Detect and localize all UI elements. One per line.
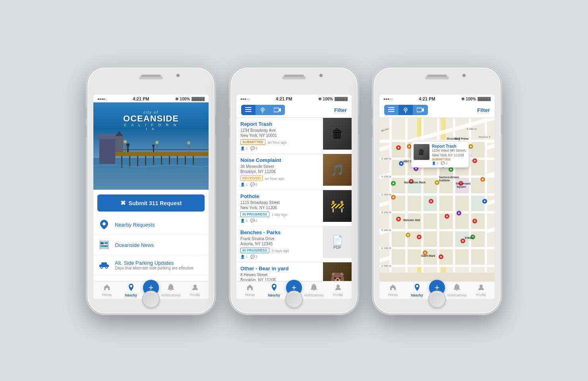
- menu-item-nearby-requests[interactable]: Nearby Requests: [93, 215, 209, 235]
- filter-bar-3: Filter: [379, 102, 495, 118]
- pdf-label: PDF: [333, 245, 341, 250]
- camera-view-tab[interactable]: [270, 105, 285, 115]
- camera-view-tab-3[interactable]: [413, 105, 428, 115]
- status-badge-2: IN PROGRESS: [240, 212, 269, 217]
- nav-profile-1[interactable]: Profile: [183, 284, 207, 297]
- camera-3: [462, 74, 466, 77]
- svg-rect-53: [417, 108, 422, 112]
- svg-rect-29: [101, 242, 104, 244]
- profile-label-2: Profile: [333, 293, 343, 297]
- svg-rect-115: [408, 249, 421, 265]
- map-view-tab[interactable]: [255, 105, 270, 115]
- svg-rect-3: [97, 134, 117, 139]
- battery-label-1: 100%: [180, 97, 190, 101]
- notifications-label-3: Notifications: [447, 293, 467, 297]
- home-button-1[interactable]: [142, 291, 160, 308]
- svg-rect-74: [437, 118, 439, 273]
- status-right-3: ✻ 100% ▓▓▓▓▓: [461, 97, 491, 101]
- pdf-icon: 📄: [332, 235, 343, 245]
- svg-point-149: [408, 146, 410, 147]
- power-btn-2: [358, 115, 359, 135]
- menu-item-oceanside-news[interactable]: Oceanside News: [93, 235, 209, 255]
- map-view[interactable]: Broadway 5th Ave Paul Ave S E 19th St E …: [379, 118, 495, 281]
- request-item-4[interactable]: Other - Bear in yard 8 Hewes StreetBrook…: [236, 262, 352, 281]
- request-item-2[interactable]: Pothole 1115 Broadway StreetNew York, NY…: [236, 190, 352, 226]
- svg-rect-16: [115, 136, 123, 152]
- home-button-3[interactable]: [428, 291, 446, 308]
- svg-text:Paul Ave S: Paul Ave S: [479, 136, 490, 138]
- view-tabs-3: [384, 105, 428, 115]
- request-item-3[interactable]: Benches - Parks Frank Sinatra DriveAstor…: [236, 226, 352, 262]
- svg-text:Nordstrom Rack: Nordstrom Rack: [404, 181, 426, 184]
- volume-down-btn-3: [372, 125, 373, 137]
- request-title-2: Pothole: [240, 193, 319, 199]
- nav-home-2[interactable]: Home: [238, 284, 262, 297]
- nav-notifications-1[interactable]: Notifications: [159, 284, 183, 297]
- request-item-0[interactable]: Report Trash 1234 Broadway AveNew York, …: [236, 118, 352, 154]
- request-address-2: 1115 Broadway StreetNew York, NY 11206: [240, 200, 319, 210]
- svg-rect-92: [424, 178, 437, 193]
- volume-up-btn-2: [229, 107, 230, 119]
- svg-rect-108: [392, 231, 405, 247]
- svg-text:E 16th St: E 16th St: [381, 193, 391, 196]
- svg-point-52: [405, 109, 406, 110]
- svg-text:Stuyvesant: Stuyvesant: [456, 182, 471, 185]
- nav-home-3[interactable]: Home: [381, 284, 405, 297]
- popup-meta: 👤 1 💬 2: [432, 162, 466, 165]
- svg-rect-101: [471, 196, 485, 211]
- nav-nearby-3[interactable]: Nearby: [405, 284, 429, 297]
- svg-rect-50: [388, 111, 395, 112]
- svg-rect-77: [485, 118, 487, 273]
- bluetooth-icon: ✻: [175, 97, 178, 101]
- filter-button-2[interactable]: Filter: [334, 107, 347, 113]
- request-item-1[interactable]: Noise Complaint 38 Meserole StreetBrookl…: [236, 154, 352, 190]
- svg-rect-119: [471, 249, 485, 265]
- svg-point-151: [482, 179, 484, 180]
- nav-profile-3[interactable]: Profile: [469, 284, 493, 297]
- svg-rect-10: [161, 156, 162, 165]
- status-time-3: 4:21 PM: [419, 96, 435, 101]
- svg-point-39: [193, 285, 197, 288]
- popup-arrow-icon: ›: [470, 152, 472, 158]
- svg-rect-110: [424, 231, 437, 247]
- list-view-tab-3[interactable]: [384, 105, 398, 115]
- svg-rect-18: [127, 146, 129, 152]
- phone-3: ●●●○○ 4:21 PM ✻ 100% ▓▓▓▓▓: [373, 67, 501, 314]
- svg-point-153: [393, 196, 394, 198]
- map-view-tab-3[interactable]: [398, 105, 413, 115]
- profile-icon-2: [335, 284, 341, 292]
- battery-icon-2: ▓▓▓▓▓: [335, 97, 348, 101]
- wrench-icon: ✖: [120, 199, 126, 207]
- svg-rect-8: [145, 156, 146, 165]
- nav-home-1[interactable]: Home: [95, 284, 119, 297]
- map-popup[interactable]: 🗑 Report Trash 1234 West 9th Street,New …: [411, 142, 469, 167]
- filter-button-3[interactable]: Filter: [477, 107, 490, 113]
- nav-nearby-1[interactable]: Nearby: [119, 284, 143, 297]
- svg-rect-106: [455, 214, 469, 229]
- svg-point-37: [101, 267, 103, 268]
- nav-nearby-2[interactable]: Nearby: [262, 284, 286, 297]
- power-btn-3: [501, 115, 502, 135]
- person-icon-3: 👤 1: [240, 255, 248, 259]
- home-label-1: Home: [102, 293, 112, 297]
- svg-point-147: [440, 256, 442, 258]
- nav-profile-2[interactable]: Profile: [326, 284, 350, 297]
- nav-notifications-2[interactable]: Notifications: [302, 284, 326, 297]
- phones-container: ●●●●○ 4:21 PM ✻ 100% ▓▓▓▓▓: [87, 67, 501, 314]
- request-address-4: 8 Hewes StreetBrooklyn, NY 11206: [240, 272, 319, 281]
- svg-point-47: [337, 285, 340, 288]
- nav-notifications-3[interactable]: Notifications: [445, 284, 469, 297]
- menu-item-parking[interactable]: Alt. Side Parking Updates Days that alte…: [93, 255, 209, 275]
- status-time-2: 4:21 PM: [276, 96, 292, 101]
- list-view-tab[interactable]: [241, 105, 255, 115]
- submit-311-button[interactable]: ✖ Submit 311 Request: [97, 194, 205, 212]
- svg-text:E 19th St: E 19th St: [467, 128, 477, 130]
- bluetooth-icon-2: ✻: [318, 97, 321, 101]
- svg-rect-83: [471, 142, 485, 158]
- battery-label-2: 100%: [323, 97, 333, 101]
- svg-text:E 12th St: E 12th St: [381, 265, 391, 267]
- request-meta-2: 👤 1 💬 2: [240, 219, 319, 223]
- home-button-2[interactable]: [285, 291, 303, 308]
- svg-point-21: [152, 144, 155, 147]
- california-label: C A L I F O R N I A: [122, 123, 180, 131]
